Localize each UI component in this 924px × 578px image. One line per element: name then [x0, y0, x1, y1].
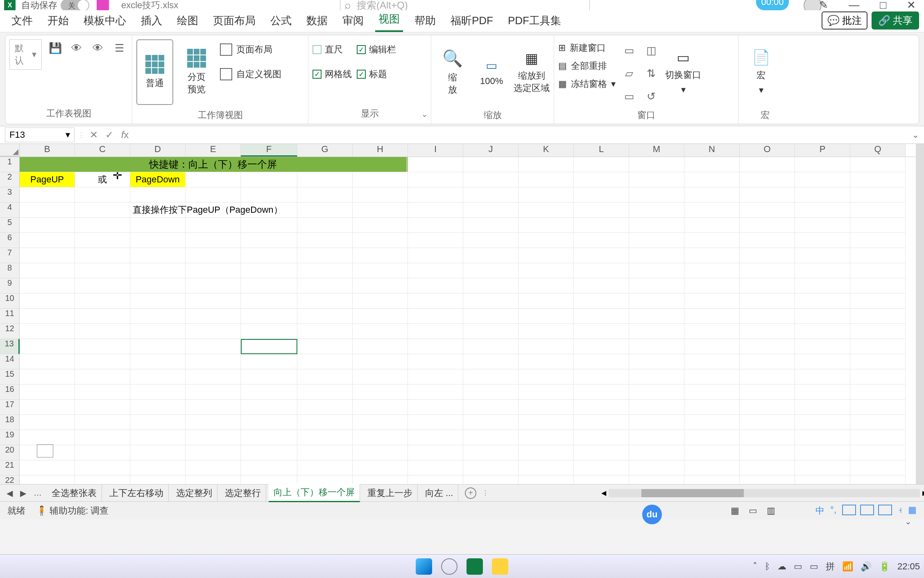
cell[interactable] — [795, 369, 850, 385]
cell[interactable] — [629, 385, 684, 400]
cell[interactable] — [629, 324, 684, 339]
cell[interactable] — [629, 369, 684, 385]
cell[interactable] — [795, 430, 850, 445]
macro-button[interactable]: 📄宏▾ — [743, 39, 779, 105]
cell[interactable] — [629, 157, 684, 172]
cell[interactable] — [684, 233, 740, 248]
keep-view-icon[interactable]: 💾 — [47, 39, 64, 57]
cell[interactable] — [684, 157, 740, 172]
tray-chevron-icon[interactable]: ˄ — [753, 561, 757, 572]
cell[interactable] — [408, 187, 463, 203]
cell[interactable] — [574, 278, 629, 294]
cell[interactable] — [574, 460, 629, 476]
cell[interactable] — [297, 476, 353, 484]
cell[interactable]: PageDown — [130, 172, 186, 187]
cell[interactable] — [297, 172, 353, 187]
cell[interactable] — [795, 294, 850, 309]
cell[interactable] — [684, 294, 740, 309]
cell[interactable] — [684, 385, 740, 400]
cell[interactable] — [629, 218, 684, 233]
cell[interactable] — [850, 400, 906, 415]
col-header-K[interactable]: K — [519, 144, 574, 157]
cell[interactable]: 或 — [75, 172, 130, 187]
cell[interactable] — [574, 157, 629, 172]
cell[interactable] — [75, 324, 130, 339]
customview-button[interactable]: 自定义视图 — [220, 68, 281, 80]
cell[interactable] — [740, 218, 795, 233]
cell[interactable] — [850, 369, 906, 385]
cell[interactable] — [795, 187, 850, 203]
cell[interactable] — [629, 187, 684, 203]
cell[interactable] — [353, 400, 408, 415]
cell[interactable] — [463, 278, 519, 294]
cell[interactable] — [353, 369, 408, 385]
tab-foxit[interactable]: 福昕PDF — [447, 9, 496, 32]
cell[interactable] — [519, 309, 574, 324]
cell[interactable] — [684, 263, 740, 278]
cell[interactable] — [519, 157, 574, 172]
cell[interactable] — [850, 263, 906, 278]
cell[interactable] — [795, 263, 850, 278]
cell[interactable] — [795, 354, 850, 369]
ime-rect-icons[interactable] — [842, 505, 892, 517]
row-header[interactable]: 6 — [0, 233, 20, 248]
cell[interactable] — [740, 294, 795, 309]
cell[interactable] — [795, 476, 850, 484]
baidu-ime-icon[interactable]: du — [642, 505, 662, 524]
cell[interactable] — [795, 157, 850, 172]
cell[interactable] — [297, 354, 353, 369]
cell[interactable] — [186, 460, 241, 476]
cell[interactable] — [20, 476, 75, 484]
cell[interactable] — [574, 354, 629, 369]
cell[interactable] — [75, 445, 130, 460]
col-header-B[interactable]: B — [20, 144, 75, 157]
cell[interactable] — [629, 309, 684, 324]
cell[interactable] — [186, 430, 241, 445]
cell[interactable] — [574, 233, 629, 248]
tab-pdftools[interactable]: PDF工具集 — [505, 9, 564, 32]
cell[interactable] — [574, 218, 629, 233]
cell[interactable] — [850, 339, 906, 354]
cell[interactable] — [795, 172, 850, 187]
cell[interactable] — [130, 263, 186, 278]
cell[interactable] — [463, 445, 519, 460]
ime-punct-icon[interactable]: °, — [830, 505, 836, 517]
cell[interactable] — [20, 354, 75, 369]
minimize-icon[interactable]: — — [849, 0, 859, 11]
cell[interactable] — [297, 460, 353, 476]
cell[interactable] — [130, 324, 186, 339]
cell[interactable] — [740, 248, 795, 263]
cell[interactable] — [519, 218, 574, 233]
cell[interactable] — [353, 172, 408, 187]
col-header-P[interactable]: P — [795, 144, 850, 157]
cell[interactable] — [740, 309, 795, 324]
share-button[interactable]: 🔗 共享 — [872, 11, 919, 30]
cell[interactable] — [850, 157, 906, 172]
cell[interactable] — [408, 309, 463, 324]
start-icon[interactable] — [416, 558, 432, 575]
tab-template[interactable]: 模板中心 — [80, 9, 129, 32]
row-header[interactable]: 5 — [0, 218, 20, 233]
next-sheet-icon[interactable]: ▶ — [18, 488, 29, 498]
row-header[interactable]: 1 — [0, 157, 20, 172]
accessibility-status[interactable]: 🧍 辅助功能: 调查 — [36, 505, 109, 517]
cell[interactable] — [353, 445, 408, 460]
cell[interactable] — [629, 430, 684, 445]
horizontal-scrollbar[interactable]: ◀ ▶ — [609, 489, 920, 497]
cell[interactable] — [20, 309, 75, 324]
cell[interactable] — [740, 339, 795, 354]
cell[interactable] — [20, 278, 75, 294]
cell[interactable] — [75, 460, 130, 476]
cell[interactable] — [241, 203, 297, 218]
cell[interactable] — [574, 172, 629, 187]
cell[interactable] — [740, 187, 795, 203]
collapse-ribbon-icon[interactable]: ⌄ — [905, 517, 912, 526]
cell[interactable] — [463, 385, 519, 400]
grid-small-icon[interactable]: ▦ — [908, 505, 917, 517]
cell[interactable] — [241, 415, 297, 430]
pagebreak-view-icon[interactable]: ▥ — [765, 505, 777, 517]
app-tray-icon[interactable]: ▭ — [810, 561, 818, 572]
cell[interactable] — [795, 385, 850, 400]
cell[interactable] — [740, 354, 795, 369]
exit-view-icon[interactable]: 👁 — [68, 39, 85, 57]
